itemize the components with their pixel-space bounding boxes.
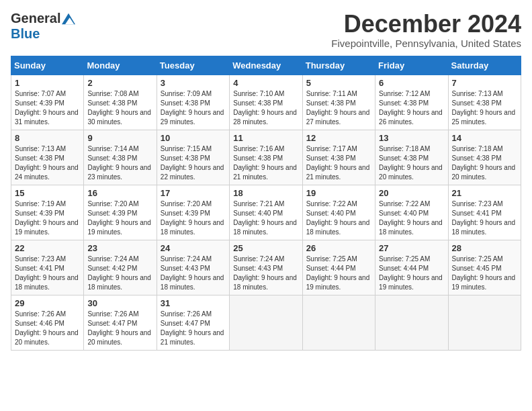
calendar-week-row: 22Sunrise: 7:23 AMSunset: 4:41 PMDayligh… [11, 240, 521, 295]
day-number: 28 [452, 243, 517, 253]
day-info: Sunrise: 7:24 AMSunset: 4:43 PMDaylight:… [233, 255, 298, 292]
day-info: Sunrise: 7:24 AMSunset: 4:43 PMDaylight:… [161, 255, 226, 292]
header-day: Sunday [11, 56, 84, 75]
day-number: 27 [379, 243, 444, 253]
day-info: Sunrise: 7:24 AMSunset: 4:42 PMDaylight:… [87, 255, 152, 292]
day-info: Sunrise: 7:18 AMSunset: 4:38 PMDaylight:… [379, 144, 444, 182]
day-info: Sunrise: 7:23 AMSunset: 4:41 PMDaylight:… [452, 199, 517, 237]
calendar-cell: 14Sunrise: 7:18 AMSunset: 4:38 PMDayligh… [448, 130, 521, 185]
calendar-cell: 27Sunrise: 7:25 AMSunset: 4:44 PMDayligh… [375, 240, 448, 295]
calendar-cell: 5Sunrise: 7:11 AMSunset: 4:38 PMDaylight… [302, 75, 375, 130]
day-number: 17 [161, 188, 226, 198]
calendar-cell: 1Sunrise: 7:07 AMSunset: 4:39 PMDaylight… [11, 75, 84, 130]
day-info: Sunrise: 7:26 AMSunset: 4:47 PMDaylight:… [87, 310, 152, 347]
calendar-cell: 25Sunrise: 7:24 AMSunset: 4:43 PMDayligh… [230, 240, 302, 295]
day-info: Sunrise: 7:25 AMSunset: 4:44 PMDaylight:… [379, 255, 444, 292]
day-info: Sunrise: 7:18 AMSunset: 4:38 PMDaylight:… [452, 144, 517, 182]
calendar-cell: 29Sunrise: 7:26 AMSunset: 4:46 PMDayligh… [11, 295, 84, 350]
day-info: Sunrise: 7:22 AMSunset: 4:40 PMDaylight:… [306, 199, 371, 237]
header-day: Tuesday [157, 56, 229, 75]
header-day: Saturday [448, 56, 521, 75]
day-number: 13 [379, 133, 444, 143]
calendar-cell: 30Sunrise: 7:26 AMSunset: 4:47 PMDayligh… [84, 295, 157, 350]
day-info: Sunrise: 7:15 AMSunset: 4:38 PMDaylight:… [161, 144, 226, 182]
day-info: Sunrise: 7:25 AMSunset: 4:45 PMDaylight:… [452, 255, 517, 292]
calendar-cell [302, 295, 375, 350]
day-info: Sunrise: 7:25 AMSunset: 4:44 PMDaylight:… [306, 255, 371, 292]
day-info: Sunrise: 7:09 AMSunset: 4:38 PMDaylight:… [161, 89, 226, 127]
day-number: 3 [161, 78, 226, 88]
calendar-cell: 28Sunrise: 7:25 AMSunset: 4:45 PMDayligh… [448, 240, 521, 295]
calendar-cell: 3Sunrise: 7:09 AMSunset: 4:38 PMDaylight… [157, 75, 229, 130]
day-number: 11 [233, 133, 298, 143]
header-day: Wednesday [230, 56, 302, 75]
day-info: Sunrise: 7:11 AMSunset: 4:38 PMDaylight:… [306, 89, 371, 127]
day-number: 20 [379, 188, 444, 198]
calendar-cell: 8Sunrise: 7:13 AMSunset: 4:38 PMDaylight… [11, 130, 84, 185]
day-info: Sunrise: 7:19 AMSunset: 4:39 PMDaylight:… [15, 199, 80, 237]
calendar-cell [375, 295, 448, 350]
calendar-cell: 12Sunrise: 7:17 AMSunset: 4:38 PMDayligh… [302, 130, 375, 185]
calendar-cell: 18Sunrise: 7:21 AMSunset: 4:40 PMDayligh… [230, 185, 302, 240]
header-day: Monday [84, 56, 157, 75]
calendar-week-row: 1Sunrise: 7:07 AMSunset: 4:39 PMDaylight… [11, 75, 521, 130]
day-number: 19 [306, 188, 371, 198]
day-info: Sunrise: 7:20 AMSunset: 4:39 PMDaylight:… [161, 199, 226, 237]
day-number: 10 [161, 133, 226, 143]
calendar-cell: 6Sunrise: 7:12 AMSunset: 4:38 PMDaylight… [375, 75, 448, 130]
day-number: 30 [87, 298, 152, 308]
calendar-week-row: 29Sunrise: 7:26 AMSunset: 4:46 PMDayligh… [11, 295, 521, 350]
day-info: Sunrise: 7:13 AMSunset: 4:38 PMDaylight:… [15, 144, 80, 182]
day-info: Sunrise: 7:23 AMSunset: 4:41 PMDaylight:… [15, 255, 80, 292]
calendar-week-row: 15Sunrise: 7:19 AMSunset: 4:39 PMDayligh… [11, 185, 521, 240]
calendar-cell: 26Sunrise: 7:25 AMSunset: 4:44 PMDayligh… [302, 240, 375, 295]
day-number: 23 [87, 243, 152, 253]
day-number: 12 [306, 133, 371, 143]
logo-general: General [11, 11, 60, 26]
header-day: Friday [375, 56, 448, 75]
day-info: Sunrise: 7:12 AMSunset: 4:38 PMDaylight:… [379, 89, 444, 127]
calendar-cell: 16Sunrise: 7:20 AMSunset: 4:39 PMDayligh… [84, 185, 157, 240]
day-number: 29 [15, 298, 80, 308]
calendar-cell: 17Sunrise: 7:20 AMSunset: 4:39 PMDayligh… [157, 185, 229, 240]
day-number: 5 [306, 78, 371, 88]
calendar-cell: 20Sunrise: 7:22 AMSunset: 4:40 PMDayligh… [375, 185, 448, 240]
day-number: 18 [233, 188, 298, 198]
day-number: 26 [306, 243, 371, 253]
calendar-cell: 31Sunrise: 7:26 AMSunset: 4:47 PMDayligh… [157, 295, 229, 350]
day-number: 31 [161, 298, 226, 308]
day-info: Sunrise: 7:08 AMSunset: 4:38 PMDaylight:… [87, 89, 152, 127]
day-number: 6 [379, 78, 444, 88]
location-title: Fivepointville, Pennsylvania, United Sta… [331, 38, 521, 49]
calendar-cell [230, 295, 302, 350]
calendar-cell: 15Sunrise: 7:19 AMSunset: 4:39 PMDayligh… [11, 185, 84, 240]
calendar-cell: 13Sunrise: 7:18 AMSunset: 4:38 PMDayligh… [375, 130, 448, 185]
day-number: 21 [452, 188, 517, 198]
day-info: Sunrise: 7:17 AMSunset: 4:38 PMDaylight:… [306, 144, 371, 182]
day-number: 14 [452, 133, 517, 143]
day-info: Sunrise: 7:22 AMSunset: 4:40 PMDaylight:… [379, 199, 444, 237]
day-info: Sunrise: 7:10 AMSunset: 4:38 PMDaylight:… [233, 89, 298, 127]
day-number: 8 [15, 133, 80, 143]
day-info: Sunrise: 7:26 AMSunset: 4:46 PMDaylight:… [15, 310, 80, 347]
day-number: 24 [161, 243, 226, 253]
calendar-cell: 11Sunrise: 7:16 AMSunset: 4:38 PMDayligh… [230, 130, 302, 185]
logo: General Blue [11, 11, 75, 42]
calendar-cell: 2Sunrise: 7:08 AMSunset: 4:38 PMDaylight… [84, 75, 157, 130]
day-number: 16 [87, 188, 152, 198]
day-number: 4 [233, 78, 298, 88]
day-number: 7 [452, 78, 517, 88]
day-number: 2 [87, 78, 152, 88]
calendar-week-row: 8Sunrise: 7:13 AMSunset: 4:38 PMDaylight… [11, 130, 521, 185]
day-number: 1 [15, 78, 80, 88]
title-area: December 2024 Fivepointville, Pennsylvan… [331, 11, 521, 49]
day-info: Sunrise: 7:20 AMSunset: 4:39 PMDaylight:… [87, 199, 152, 237]
header-day: Thursday [302, 56, 375, 75]
calendar-cell: 9Sunrise: 7:14 AMSunset: 4:38 PMDaylight… [84, 130, 157, 185]
header-row: SundayMondayTuesdayWednesdayThursdayFrid… [11, 56, 521, 75]
calendar-cell: 22Sunrise: 7:23 AMSunset: 4:41 PMDayligh… [11, 240, 84, 295]
logo-blue: Blue [11, 26, 40, 42]
header: General Blue December 2024 Fivepointvill… [11, 11, 521, 49]
day-info: Sunrise: 7:07 AMSunset: 4:39 PMDaylight:… [15, 89, 80, 127]
calendar-cell [448, 295, 521, 350]
